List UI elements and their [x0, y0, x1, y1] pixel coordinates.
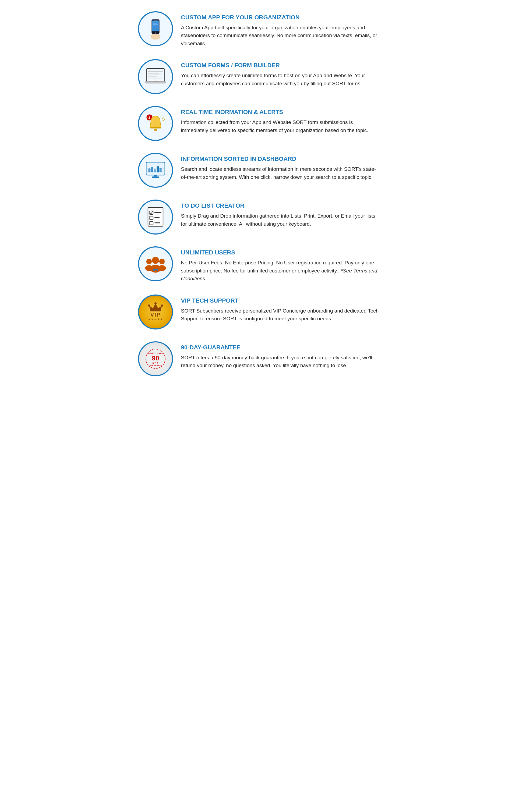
svg-rect-13 — [148, 73, 159, 74]
svg-text:GUARANTEE: GUARANTEE — [148, 365, 162, 366]
svg-point-49 — [159, 259, 164, 264]
svg-rect-6 — [153, 24, 158, 25]
feature-item-vip: VIP ★★★★★ VIP TECH SUPPORT SORT Subscrib… — [138, 289, 381, 336]
svg-rect-7 — [153, 26, 156, 26]
svg-rect-14 — [148, 75, 161, 75]
custom-app-title: CUSTOM APP FOR YOUR ORGANIZATION — [181, 14, 381, 21]
vip-icon-circle: VIP ★★★★★ — [138, 294, 173, 329]
guarantee-badge-icon: MONEY BACK 90 DAY GUARANTEE — [145, 348, 166, 370]
dashboard-monitor-icon — [145, 160, 166, 181]
guarantee-text: 90-DAY-GUARANTEE SORT offers a 90-day mo… — [181, 341, 381, 370]
svg-text:★★★★★: ★★★★★ — [148, 317, 163, 320]
svg-rect-19 — [154, 82, 156, 82]
svg-rect-5 — [153, 23, 157, 24]
svg-rect-31 — [148, 169, 150, 173]
svg-rect-40 — [154, 212, 162, 213]
svg-marker-51 — [149, 303, 162, 312]
feature-item-users: UNLIMITED USERS No Per-User Fees. No Ent… — [138, 240, 381, 288]
svg-point-54 — [148, 304, 150, 307]
bell-alert-icon: 1 — [145, 113, 166, 134]
custom-forms-title: CUSTOM FORMS / FORM BUILDER — [181, 62, 381, 69]
svg-point-47 — [146, 259, 151, 264]
feature-item-guarantee: MONEY BACK 90 DAY GUARANTEE 90-DAY-GUARA… — [138, 336, 381, 382]
unlimited-users-icon — [145, 253, 166, 274]
users-icon-circle — [138, 246, 173, 281]
svg-text:VIP: VIP — [150, 311, 161, 317]
svg-rect-36 — [154, 175, 156, 176]
users-text: UNLIMITED USERS No Per-User Fees. No Ent… — [181, 246, 381, 282]
svg-rect-12 — [148, 71, 163, 72]
svg-point-50 — [158, 265, 166, 271]
users-desc: No Per-User Fees. No Enterprise Pricing.… — [181, 259, 381, 282]
custom-app-icon-circle — [138, 11, 173, 46]
guarantee-title: 90-DAY-GUARANTEE — [181, 344, 381, 351]
custom-forms-text: CUSTOM FORMS / FORM BUILDER You can effo… — [181, 59, 381, 87]
guarantee-icon-circle: MONEY BACK 90 DAY GUARANTEE — [138, 341, 173, 376]
guarantee-desc: SORT offers a 90-day money-back guarante… — [181, 354, 381, 370]
svg-point-8 — [155, 32, 156, 34]
dashboard-icon-circle — [138, 153, 173, 188]
feature-item-custom-forms: CUSTOM FORMS / FORM BUILDER You can effo… — [138, 53, 381, 100]
custom-forms-icon-circle — [138, 59, 173, 94]
svg-rect-34 — [156, 167, 159, 173]
todo-text: TO DO LIST CREATOR Simply Drag and Drop … — [181, 200, 381, 228]
vip-badge-icon: VIP ★★★★★ — [145, 301, 166, 323]
svg-point-53 — [161, 304, 163, 307]
real-time-text: REAL TIME INORMATION & ALERTS Informatio… — [181, 106, 381, 134]
svg-rect-1 — [152, 33, 159, 38]
laptop-forms-icon — [145, 66, 166, 87]
svg-rect-15 — [148, 76, 157, 77]
dashboard-text: INFORMATION SORTED IN DASHBOARD Search a… — [181, 153, 381, 181]
vip-text: VIP TECH SUPPORT SORT Subscribers receiv… — [181, 294, 381, 323]
svg-rect-22 — [150, 127, 161, 128]
svg-text:1: 1 — [148, 116, 150, 119]
svg-point-52 — [154, 302, 156, 304]
svg-point-9 — [155, 20, 156, 21]
svg-rect-44 — [154, 223, 161, 223]
feature-list: CUSTOM APP FOR YOUR ORGANIZATION A Custo… — [138, 5, 381, 382]
real-time-title: REAL TIME INORMATION & ALERTS — [181, 109, 381, 116]
feature-item-dashboard: INFORMATION SORTED IN DASHBOARD Search a… — [138, 147, 381, 194]
svg-text:MONEY BACK: MONEY BACK — [147, 352, 164, 354]
feature-item-real-time: 1 REAL TIME INORMATION & ALERTS Informat… — [138, 100, 381, 147]
real-time-desc: Information collected from your App and … — [181, 118, 381, 134]
svg-point-23 — [154, 129, 157, 132]
dashboard-desc: Search and locate endless streams of inf… — [181, 165, 381, 181]
svg-rect-37 — [152, 177, 159, 178]
todo-icon-circle — [138, 200, 173, 235]
svg-rect-35 — [159, 168, 162, 172]
real-time-icon-circle: 1 — [138, 106, 173, 141]
custom-app-desc: A Custom App built specifically for your… — [181, 24, 381, 47]
todo-desc: Simply Drag and Drop information gathere… — [181, 212, 381, 228]
svg-text:DAY: DAY — [152, 361, 158, 364]
svg-text:90: 90 — [152, 354, 159, 362]
feature-item-todo: TO DO LIST CREATOR Simply Drag and Drop … — [138, 194, 381, 240]
users-terms: *See Terms and Conditions — [181, 268, 377, 281]
vip-desc: SORT Subscribers receive personalized VI… — [181, 307, 381, 323]
custom-forms-desc: You can effortlessly create unlimited fo… — [181, 71, 381, 87]
svg-point-45 — [152, 257, 159, 264]
vip-title: VIP TECH SUPPORT — [181, 297, 381, 304]
todo-title: TO DO LIST CREATOR — [181, 202, 381, 209]
svg-rect-32 — [151, 167, 153, 172]
dashboard-title: INFORMATION SORTED IN DASHBOARD — [181, 155, 381, 163]
custom-app-text: CUSTOM APP FOR YOUR ORGANIZATION A Custo… — [181, 11, 381, 47]
svg-rect-4 — [153, 22, 158, 22]
phone-hand-icon — [145, 18, 166, 39]
users-title: UNLIMITED USERS — [181, 249, 381, 256]
svg-rect-38 — [148, 207, 163, 226]
feature-item-custom-app: CUSTOM APP FOR YOUR ORGANIZATION A Custo… — [138, 5, 381, 53]
svg-rect-42 — [154, 217, 160, 218]
svg-point-48 — [145, 265, 153, 271]
checklist-icon — [145, 206, 166, 228]
svg-rect-16 — [148, 78, 162, 79]
svg-rect-33 — [154, 169, 156, 172]
